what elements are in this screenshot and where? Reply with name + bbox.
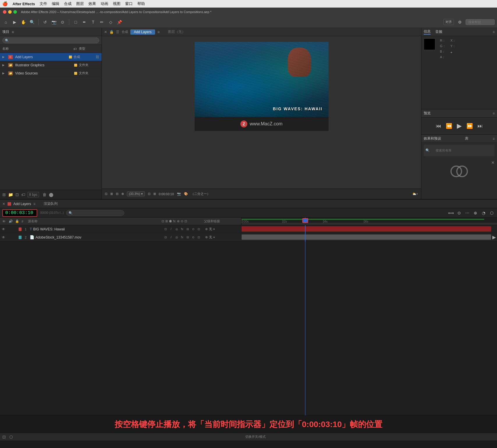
type-icon[interactable]: T — [90, 19, 97, 26]
menu-effects[interactable]: 效果 — [88, 1, 96, 6]
status-bar-comp-icon[interactable]: ⬡ — [9, 435, 13, 439]
step-back-button[interactable]: ⏪ — [446, 123, 452, 129]
layer-bar-1[interactable] — [242, 226, 491, 232]
motion-blur-switch-2[interactable]: ⊙ — [191, 236, 196, 239]
fx-switch-2[interactable]: fx — [180, 236, 184, 239]
audio-tab[interactable]: 音频 — [435, 29, 442, 34]
preview-menu-icon[interactable]: ≡ — [493, 111, 495, 115]
apple-menu[interactable]: 🍎 — [2, 1, 8, 6]
parent-dropdown-1[interactable]: ▾ — [213, 227, 215, 231]
toggle-comp-icon[interactable]: ⟺ — [448, 211, 454, 215]
home-icon[interactable]: ⌂ — [2, 19, 9, 26]
expand-icon-video-sources[interactable]: ▶ — [2, 72, 6, 75]
menu-file[interactable]: 文件 — [40, 1, 47, 6]
project-item-illustrator-graphics[interactable]: ▶ 📁 Illustrator Graphics 文件夹 — [0, 61, 102, 69]
draft-3d-icon[interactable]: ⊙ — [456, 211, 462, 215]
playhead-marker[interactable] — [302, 218, 308, 223]
pin-icon[interactable]: 📌 — [116, 19, 123, 26]
color-tag-icon[interactable]: 🏷 — [21, 192, 25, 197]
current-time-display[interactable]: 0:00:03:10 — [2, 209, 37, 217]
menu-compose[interactable]: 合成 — [64, 1, 72, 6]
effects-menu-icon[interactable]: ≡ — [493, 137, 495, 141]
comp-tab-menu-icon[interactable]: ≡ — [157, 30, 160, 34]
hand-icon[interactable]: ✋ — [20, 19, 27, 26]
select-icon[interactable]: ▶ — [11, 19, 18, 26]
project-columns-header: 名称 🏷 类型 — [0, 45, 102, 53]
grid-view-icon[interactable]: ⊞ — [2, 192, 6, 197]
toolbar-search-input[interactable] — [466, 19, 495, 25]
step-forward-button[interactable]: ⏩ — [466, 123, 473, 129]
cc-close-icon[interactable]: ✕ — [491, 160, 495, 165]
menu-help[interactable]: 帮助 — [137, 1, 145, 6]
project-menu-icon[interactable]: ≡ — [12, 30, 14, 34]
zoom-icon[interactable]: 🔍 — [29, 19, 36, 26]
shy-switch-1[interactable]: ⊡ — [163, 227, 168, 231]
menu-edit[interactable]: 编辑 — [52, 1, 59, 6]
info-menu-icon[interactable]: ≡ — [493, 30, 495, 34]
frame-blend-switch-1[interactable]: ⊟ — [185, 227, 190, 231]
skip-to-end-button[interactable]: ⏭ — [478, 123, 483, 129]
menu-layer[interactable]: 图层 — [76, 1, 84, 6]
project-item-add-layers[interactable]: ▶ C Add Layers 合成 ⛓ — [0, 53, 102, 61]
rect-icon[interactable]: □ — [72, 19, 79, 26]
frame-blend-switch-2[interactable]: ⊟ — [185, 236, 190, 239]
folder-new-icon[interactable]: 📁 — [8, 192, 13, 197]
layer-name-2[interactable]: AdobeStock_133451587.mov — [36, 235, 162, 239]
quality-switch-1[interactable]: ◎ — [174, 227, 179, 231]
rotate-back-icon[interactable]: ↺ — [42, 19, 49, 26]
brush-icon[interactable]: ✏ — [98, 19, 105, 26]
layer-name-1[interactable]: BIG WAVES: Hawaii — [33, 227, 162, 231]
parent-dropdown-2[interactable]: ▾ — [213, 236, 215, 239]
info-tab[interactable]: 信息 — [424, 29, 431, 35]
comp-tab-add-layers[interactable]: Add Layers — [130, 29, 155, 35]
menu-view[interactable]: 视图 — [113, 1, 120, 6]
close-button[interactable] — [3, 10, 6, 14]
menu-window[interactable]: 窗口 — [125, 1, 133, 6]
project-item-video-sources[interactable]: ▶ 📁 Video Sources 文件夹 — [0, 69, 102, 77]
3d-switch-1[interactable]: ⊡ — [196, 227, 201, 231]
library-tab[interactable]: 库 — [465, 136, 468, 141]
orbit-icon[interactable]: ⊙ — [59, 19, 66, 26]
3d-switch-2[interactable]: ⊡ — [196, 236, 201, 239]
fullscreen-button[interactable] — [13, 10, 17, 14]
camera-icon[interactable]: 📷 — [50, 19, 57, 26]
graph-editor-icon[interactable]: ◔ — [481, 211, 487, 215]
timeline-menu-icon[interactable]: ≡ — [33, 202, 36, 206]
motion-blur-icon[interactable]: ⊕ — [473, 211, 478, 215]
toggle-icon[interactable]: ⬤ — [49, 192, 54, 197]
collapse-switch-1[interactable]: / — [169, 227, 173, 231]
zoom-dropdown[interactable]: (33.3%) ▾ — [127, 191, 145, 196]
align-button[interactable]: 对齐 — [443, 19, 454, 25]
delete-icon[interactable]: 🗑 — [42, 192, 47, 197]
effects-search-input[interactable] — [433, 148, 491, 153]
motion-blur-switch-1[interactable]: ⊙ — [191, 227, 196, 231]
timeline-close-icon[interactable]: ✕ — [2, 202, 5, 206]
shape-icon[interactable]: ◇ — [107, 19, 114, 26]
pen-icon[interactable]: ✒ — [81, 19, 88, 26]
menu-animation[interactable]: 动画 — [101, 1, 108, 6]
project-search-input[interactable] — [2, 38, 99, 43]
expand-icon-add-layers[interactable]: ▶ — [2, 55, 6, 58]
comp-close-icon[interactable]: ✕ — [104, 30, 107, 34]
skip-to-start-button[interactable]: ⏮ — [436, 123, 441, 129]
preview-quality-dropdown[interactable]: （二分之一） — [191, 192, 210, 196]
settings-icon[interactable]: ⚙ — [456, 19, 463, 26]
status-bar-layer-icon[interactable]: ⊡ — [2, 435, 6, 439]
play-pause-button[interactable]: ▶ — [457, 122, 462, 130]
scroll-right-icon[interactable]: ▶ — [492, 234, 496, 240]
minimize-button[interactable] — [8, 10, 12, 14]
comp-time-code[interactable]: 0:00:03:10 — [159, 192, 174, 196]
visibility-toggle-1[interactable]: 👁 — [1, 227, 6, 231]
collapse-switch-2[interactable]: / — [169, 236, 173, 239]
expand-icon-illustrator-graphics[interactable]: ▶ — [2, 63, 6, 67]
cache-indicator-icon[interactable]: ⬡ — [489, 211, 495, 215]
visibility-toggle-2[interactable]: 👁 — [1, 235, 6, 239]
add-to-render-icon[interactable]: ⛅+ — [412, 192, 418, 196]
shy-switch-2[interactable]: ⊡ — [163, 236, 168, 239]
fx-switch-1[interactable]: fx — [180, 227, 184, 231]
timeline-search-input[interactable] — [66, 210, 124, 216]
comp-new-icon[interactable]: ⊡ — [15, 192, 19, 197]
frame-blending-icon[interactable]: ⋯ — [464, 211, 470, 215]
quality-switch-2[interactable]: ◎ — [174, 236, 179, 239]
layer-bar-2[interactable] — [242, 234, 491, 240]
